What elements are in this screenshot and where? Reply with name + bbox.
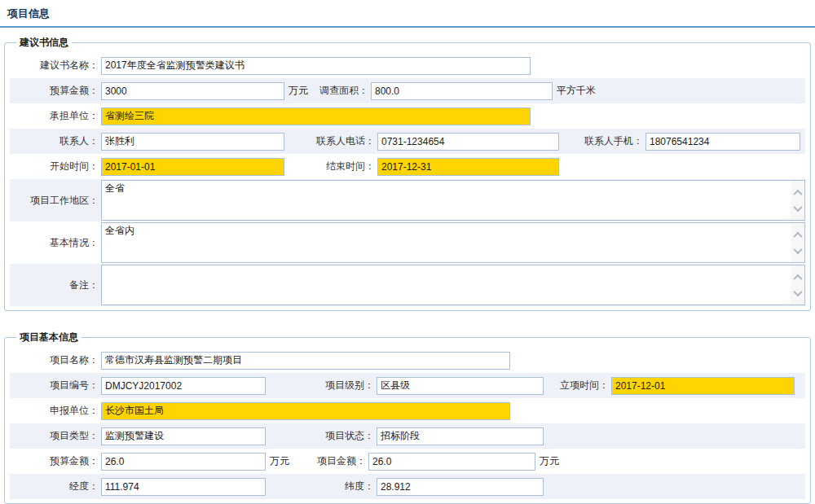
work-area-scrollbar[interactable]: [791, 181, 804, 220]
basic-info-scrollbar[interactable]: [791, 223, 804, 262]
coordinates-row: 经度： 纬度：: [10, 474, 805, 499]
project-name-input[interactable]: [101, 352, 510, 370]
end-date-label: 结束时间：: [284, 160, 377, 173]
proposal-budget-unit: 万元: [284, 84, 312, 98]
contact-phone-label: 联系人电话：: [284, 134, 377, 148]
project-budget-row: 预算金额： 万元 项目金额： 万元: [10, 449, 805, 474]
latitude-input[interactable]: [377, 478, 544, 496]
project-type-label: 项目类型：: [10, 429, 101, 443]
project-amount-unit: 万元: [535, 454, 563, 468]
remark-label: 备注：: [10, 278, 101, 292]
project-name-row: 项目名称：: [10, 348, 805, 373]
chevron-up-icon[interactable]: [793, 189, 802, 198]
remark-textarea[interactable]: [101, 265, 805, 305]
dates-row: 开始时间： 结束时间：: [10, 154, 805, 179]
chevron-down-icon[interactable]: [793, 287, 802, 296]
project-budget-input[interactable]: [101, 453, 266, 471]
work-area-textarea[interactable]: 全省: [101, 180, 805, 221]
work-area-label: 项目工作地区：: [10, 194, 101, 208]
survey-area-input[interactable]: [371, 82, 553, 100]
contact-mobile-label: 联系人手机：: [559, 134, 645, 148]
end-date-input[interactable]: [377, 158, 559, 176]
latitude-label: 纬度：: [266, 480, 377, 493]
project-code-row: 项目编号： 项目级别： 立项时间：: [10, 373, 805, 398]
proposal-name-input[interactable]: [101, 57, 531, 75]
project-type-input[interactable]: [101, 427, 266, 445]
contact-input[interactable]: [101, 133, 284, 151]
chevron-up-icon[interactable]: [793, 274, 802, 283]
chevron-down-icon[interactable]: [793, 202, 802, 211]
project-level-input[interactable]: [377, 377, 544, 395]
start-date-label: 开始时间：: [10, 160, 101, 173]
undertaker-label: 承担单位：: [10, 109, 101, 123]
proposal-info-section: 建议书信息 建议书名称： 预算金额： 万元 调查面积： 平方千米 承担单位： 联…: [4, 36, 811, 311]
work-area-row: 项目工作地区： 全省: [10, 179, 805, 221]
proposal-name-row: 建议书名称：: [10, 53, 805, 78]
project-status-label: 项目状态：: [266, 429, 377, 443]
declare-unit-input[interactable]: [101, 402, 510, 420]
declare-unit-row: 申报单位：: [10, 398, 805, 423]
contact-label: 联系人：: [10, 134, 101, 148]
project-level-label: 项目级别：: [266, 379, 377, 392]
proposal-section-legend: 建议书信息: [16, 36, 72, 50]
survey-area-unit: 平方千米: [553, 84, 600, 98]
start-date-input[interactable]: [101, 158, 284, 176]
project-code-label: 项目编号：: [10, 379, 101, 392]
project-name-label: 项目名称：: [10, 353, 101, 367]
approval-date-label: 立项时间：: [544, 379, 611, 392]
contact-row: 联系人： 联系人电话： 联系人手机：: [10, 129, 805, 154]
project-status-input[interactable]: [377, 427, 544, 445]
project-budget-label: 预算金额：: [10, 454, 101, 468]
remark-scrollbar[interactable]: [791, 265, 804, 305]
chevron-up-icon[interactable]: [793, 231, 802, 240]
proposal-name-label: 建议书名称：: [10, 59, 101, 72]
project-section-legend: 项目基本信息: [16, 331, 82, 344]
project-type-row: 项目类型： 项目状态：: [10, 423, 805, 449]
remark-row: 备注：: [10, 264, 805, 306]
proposal-budget-input[interactable]: [101, 82, 284, 100]
page-header: 项目信息: [0, 0, 815, 28]
contact-phone-input[interactable]: [377, 133, 559, 151]
project-amount-input[interactable]: [368, 453, 535, 471]
contact-mobile-input[interactable]: [645, 133, 800, 151]
survey-area-label: 调查面积：: [312, 84, 371, 98]
approval-date-input[interactable]: [611, 377, 795, 395]
page-title: 项目信息: [7, 7, 50, 20]
proposal-budget-row: 预算金额： 万元 调查面积： 平方千米: [10, 78, 805, 103]
undertaker-input[interactable]: [101, 107, 531, 125]
longitude-label: 经度：: [10, 480, 101, 493]
chevron-down-icon[interactable]: [793, 244, 802, 253]
project-amount-label: 项目金额：: [293, 454, 368, 468]
undertaker-row: 承担单位：: [10, 103, 805, 129]
basic-info-textarea[interactable]: 全省内: [101, 222, 805, 263]
longitude-input[interactable]: [101, 478, 266, 496]
project-budget-unit: 万元: [266, 454, 293, 468]
proposal-budget-label: 预算金额：: [10, 84, 101, 98]
basic-info-label: 基本情况：: [10, 236, 101, 250]
basic-info-row: 基本情况： 全省内: [10, 221, 805, 264]
declare-unit-label: 申报单位：: [10, 404, 101, 418]
project-basic-section: 项目基本信息 项目名称： 项目编号： 项目级别： 立项时间： 申报单位： 项目类…: [4, 331, 811, 504]
project-code-input[interactable]: [101, 377, 266, 395]
